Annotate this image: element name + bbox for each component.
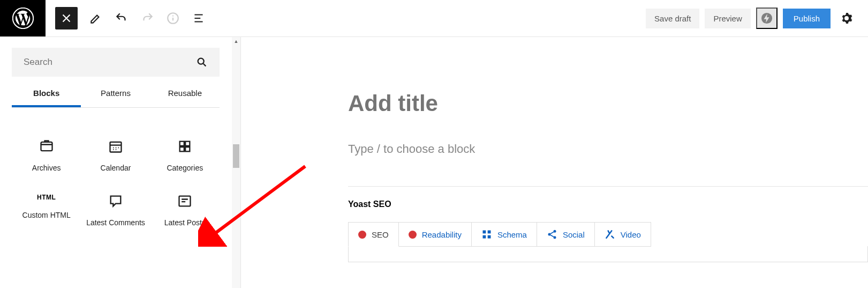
block-label: Calendar: [101, 164, 131, 172]
schema-icon: [481, 229, 492, 240]
block-latest-comments[interactable]: Latest Comments: [81, 194, 150, 227]
block-inserter-panel: Blocks Patterns Reusable Archives Calend…: [0, 37, 241, 288]
video-icon: [605, 229, 615, 240]
block-categories[interactable]: Categories: [150, 139, 220, 172]
scrollbar[interactable]: ▲: [232, 37, 240, 288]
svg-point-19: [548, 233, 550, 236]
editor-canvas: Type / to choose a block Yoast SEO SEO R…: [241, 37, 868, 288]
yoast-tab-label: Video: [621, 230, 641, 239]
svg-rect-10: [185, 142, 190, 146]
tab-blocks[interactable]: Blocks: [12, 82, 81, 107]
block-label: Custom HTML: [22, 211, 71, 219]
svg-rect-16: [482, 235, 486, 239]
outline-icon: [192, 11, 206, 25]
info-icon: [166, 11, 180, 25]
post-title-input[interactable]: [348, 91, 868, 116]
close-inserter-button[interactable]: [55, 7, 78, 29]
jetpack-button[interactable]: [756, 8, 778, 29]
inserter-tabs: Blocks Patterns Reusable: [12, 82, 220, 108]
block-search[interactable]: [12, 48, 220, 77]
svg-rect-9: [180, 142, 184, 146]
yoast-tab-schema[interactable]: Schema: [471, 222, 537, 247]
svg-rect-11: [180, 147, 184, 151]
block-custom-html[interactable]: HTML Custom HTML: [12, 194, 81, 227]
scrollbar-thumb[interactable]: [233, 144, 239, 168]
yoast-tab-social[interactable]: Social: [537, 222, 595, 247]
svg-point-5: [198, 58, 204, 64]
block-calendar[interactable]: Calendar: [81, 139, 150, 172]
block-prompt[interactable]: Type / to choose a block: [348, 142, 868, 156]
svg-point-20: [553, 236, 556, 239]
yoast-tab-label: SEO: [372, 230, 389, 239]
block-latest-posts[interactable]: Latest Posts: [150, 194, 220, 227]
share-icon: [547, 229, 557, 240]
scroll-up-icon[interactable]: ▲: [232, 37, 240, 46]
yoast-tab-label: Readability: [422, 230, 462, 239]
status-dot-icon: [409, 231, 417, 239]
categories-icon: [177, 139, 192, 154]
yoast-tab-label: Schema: [497, 230, 527, 239]
top-toolbar: Save draft Preview Publish: [0, 0, 868, 36]
svg-point-18: [553, 230, 556, 233]
divider: [348, 186, 868, 187]
svg-line-6: [203, 64, 206, 67]
tab-reusable[interactable]: Reusable: [150, 82, 220, 107]
edit-button[interactable]: [83, 5, 109, 31]
wp-logo[interactable]: [0, 0, 46, 36]
pencil-icon: [89, 11, 103, 25]
block-label: Categories: [167, 164, 203, 172]
block-archives[interactable]: Archives: [12, 139, 81, 172]
block-label: Latest Posts: [164, 218, 206, 227]
undo-icon: [115, 11, 129, 25]
status-dot-icon: [358, 231, 366, 239]
undo-button[interactable]: [109, 5, 134, 31]
info-button[interactable]: [160, 5, 186, 31]
save-draft-button[interactable]: Save draft: [646, 9, 699, 28]
tab-patterns[interactable]: Patterns: [81, 82, 150, 107]
wordpress-icon: [12, 8, 34, 29]
archives-icon: [39, 139, 54, 154]
yoast-content: [348, 246, 868, 262]
svg-rect-15: [488, 231, 491, 234]
redo-icon: [140, 11, 154, 25]
publish-button[interactable]: Publish: [783, 9, 831, 28]
block-label: Latest Comments: [86, 218, 145, 227]
latest-posts-icon: [177, 194, 192, 209]
yoast-tab-seo[interactable]: SEO: [348, 222, 399, 247]
block-label: Archives: [32, 164, 61, 172]
svg-rect-17: [488, 235, 491, 239]
search-input[interactable]: [24, 57, 196, 68]
yoast-title: Yoast SEO: [348, 200, 868, 209]
settings-button[interactable]: [836, 8, 857, 29]
redo-button[interactable]: [134, 5, 160, 31]
comment-icon: [108, 194, 123, 209]
yoast-tab-label: Social: [563, 230, 585, 239]
close-icon: [59, 11, 73, 25]
yoast-tab-readability[interactable]: Readability: [398, 222, 472, 247]
svg-rect-7: [41, 142, 52, 151]
yoast-tabs: SEO Readability Schema Social Video: [348, 222, 868, 247]
preview-button[interactable]: Preview: [705, 9, 750, 28]
svg-point-3: [172, 16, 173, 17]
bolt-icon: [761, 12, 773, 24]
svg-rect-14: [482, 231, 486, 234]
calendar-icon: [108, 139, 123, 154]
yoast-metabox: Yoast SEO SEO Readability Schema Social: [348, 200, 868, 262]
outline-button[interactable]: [186, 5, 212, 31]
yoast-tab-video[interactable]: Video: [594, 222, 651, 247]
gear-icon: [840, 12, 853, 25]
html-icon: HTML: [37, 194, 56, 201]
svg-rect-12: [185, 147, 190, 151]
search-icon: [196, 56, 208, 68]
